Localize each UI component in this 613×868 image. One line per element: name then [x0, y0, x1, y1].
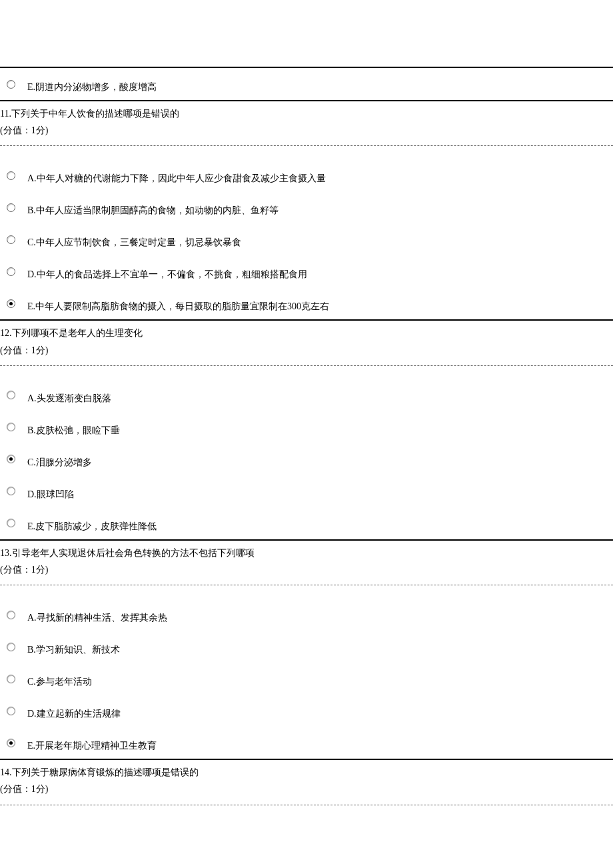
option-text: B.皮肤松弛，眼睑下垂: [27, 418, 120, 437]
option-row: E.开展老年期心理精神卫生教育: [0, 727, 613, 759]
radio-icon[interactable]: [7, 707, 15, 715]
question-header: 14.下列关于糖尿病体育锻炼的描述哪项是错误的(分值：1分): [0, 760, 613, 804]
question-block-13: 13.引导老年人实现退休后社会角色转换的方法不包括下列哪项(分值：1分)A.寻找…: [0, 539, 613, 759]
question-title: 11.下列关于中年人饮食的描述哪项是错误的: [0, 105, 613, 122]
option-row: B.中年人应适当限制胆固醇高的食物，如动物的内脏、鱼籽等: [0, 191, 613, 223]
option-row: C.中年人应节制饮食，三餐定时定量，切忌暴饮暴食: [0, 223, 613, 255]
option-text: E.阴道内分泌物增多，酸度增高: [27, 75, 157, 93]
question-block-11: 11.下列关于中年人饮食的描述哪项是错误的(分值：1分)A.中年人对糖的代谢能力…: [0, 100, 613, 319]
question-header: 12.下列哪项不是老年人的生理变化(分值：1分): [0, 321, 613, 365]
question-title: 14.下列关于糖尿病体育锻炼的描述哪项是错误的: [0, 764, 613, 781]
option-text: D.中年人的食品选择上不宜单一，不偏食，不挑食，粗细粮搭配食用: [27, 262, 307, 281]
option-row: E.中年人要限制高脂肪食物的摄入，每日摄取的脂肪量宜限制在300克左右: [0, 287, 613, 319]
question-score: (分值：1分): [0, 122, 613, 139]
radio-icon[interactable]: [7, 203, 15, 212]
radio-icon[interactable]: [7, 423, 15, 431]
option-row: E.阴道内分泌物增多，酸度增高: [0, 68, 613, 100]
option-row: D.眼球凹陷: [0, 475, 613, 507]
option-text: B.中年人应适当限制胆固醇高的食物，如动物的内脏、鱼籽等: [27, 198, 279, 217]
question-title: 13.引导老年人实现退休后社会角色转换的方法不包括下列哪项: [0, 545, 613, 561]
option-text: E.皮下脂肪减少，皮肤弹性降低: [27, 514, 157, 533]
question-score: (分值：1分): [0, 342, 613, 359]
radio-icon[interactable]: [7, 487, 15, 495]
radio-icon[interactable]: [7, 391, 15, 399]
question-block-12: 12.下列哪项不是老年人的生理变化(分值：1分)A.头发逐渐变白脱落B.皮肤松弛…: [0, 319, 613, 539]
option-row: C.参与老年活动: [0, 663, 613, 695]
radio-selected-icon[interactable]: [7, 299, 15, 308]
option-text: C.中年人应节制饮食，三餐定时定量，切忌暴饮暴食: [27, 230, 241, 249]
option-row: B.学习新知识、新技术: [0, 631, 613, 663]
option-row: A.头发逐渐变白脱落: [0, 379, 613, 411]
radio-icon[interactable]: [7, 80, 15, 89]
option-text: A.中年人对糖的代谢能力下降，因此中年人应少食甜食及减少主食摄入量: [27, 166, 326, 185]
option-text: D.建立起新的生活规律: [27, 701, 121, 720]
radio-icon[interactable]: [7, 171, 15, 180]
option-text: C.参与老年活动: [27, 669, 92, 688]
question-score: (分值：1分): [0, 781, 613, 797]
question-header: 13.引导老年人实现退休后社会角色转换的方法不包括下列哪项(分值：1分): [0, 541, 613, 585]
question-title: 12.下列哪项不是老年人的生理变化: [0, 325, 613, 341]
radio-icon[interactable]: [7, 235, 15, 244]
option-row: A.中年人对糖的代谢能力下降，因此中年人应少食甜食及减少主食摄入量: [0, 159, 613, 191]
radio-icon[interactable]: [7, 643, 15, 651]
option-text: A.寻找新的精神生活、发挥其余热: [27, 605, 167, 624]
option-row: B.皮肤松弛，眼睑下垂: [0, 411, 613, 443]
option-row: D.中年人的食品选择上不宜单一，不偏食，不挑食，粗细粮搭配食用: [0, 255, 613, 287]
radio-icon[interactable]: [7, 675, 15, 683]
question-score: (分值：1分): [0, 561, 613, 578]
radio-icon[interactable]: [7, 519, 15, 527]
option-text: D.眼球凹陷: [27, 482, 74, 501]
question-header: 11.下列关于中年人饮食的描述哪项是错误的(分值：1分): [0, 101, 613, 145]
option-text: A.头发逐渐变白脱落: [27, 386, 111, 405]
option-row: A.寻找新的精神生活、发挥其余热: [0, 599, 613, 631]
option-text: B.学习新知识、新技术: [27, 637, 120, 656]
radio-selected-icon[interactable]: [7, 455, 15, 463]
radio-selected-icon[interactable]: [7, 739, 15, 747]
question-block-14: 14.下列关于糖尿病体育锻炼的描述哪项是错误的(分值：1分): [0, 759, 613, 805]
radio-icon[interactable]: [7, 611, 15, 619]
radio-icon[interactable]: [7, 267, 15, 276]
option-row: E.皮下脂肪减少，皮肤弹性降低: [0, 507, 613, 539]
option-text: E.开展老年期心理精神卫生教育: [27, 733, 157, 752]
option-row: C.泪腺分泌增多: [0, 443, 613, 475]
option-text: E.中年人要限制高脂肪食物的摄入，每日摄取的脂肪量宜限制在300克左右: [27, 294, 329, 313]
option-text: C.泪腺分泌增多: [27, 450, 92, 469]
option-row: D.建立起新的生活规律: [0, 695, 613, 727]
